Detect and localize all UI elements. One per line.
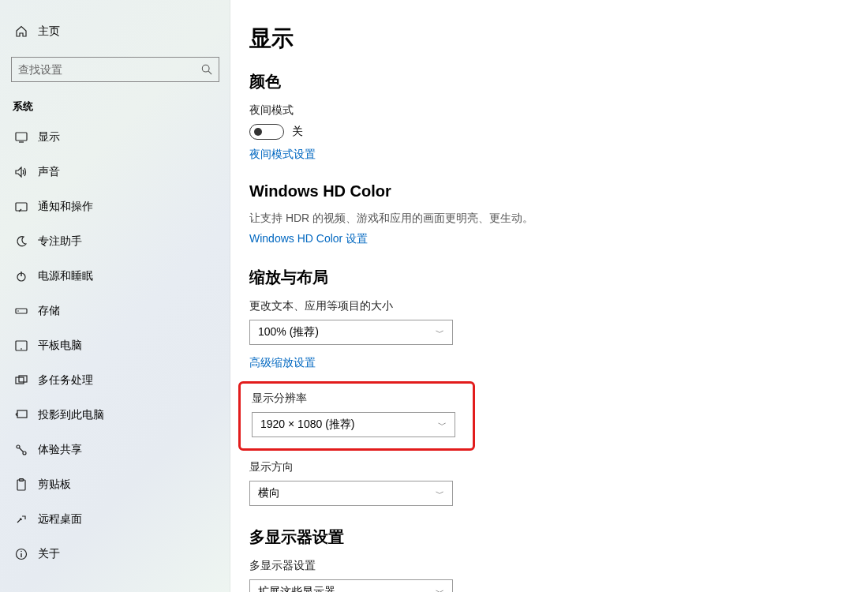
- sidebar-item-label: 体验共享: [38, 443, 82, 457]
- night-light-settings-link[interactable]: 夜间模式设置: [249, 148, 316, 162]
- projecting-icon: [13, 410, 30, 421]
- resolution-highlight: 显示分辨率 1920 × 1080 (推荐) ﹀: [238, 381, 475, 451]
- color-heading: 颜色: [249, 71, 868, 92]
- sidebar-item-about[interactable]: 关于: [0, 537, 230, 571]
- resolution-label: 显示分辨率: [252, 392, 462, 406]
- sidebar-item-multitasking[interactable]: 多任务处理: [0, 363, 230, 398]
- search-input[interactable]: [18, 63, 201, 76]
- resolution-value: 1920 × 1080 (推荐): [260, 418, 354, 432]
- sidebar-home[interactable]: 主页: [0, 14, 230, 49]
- sidebar-item-tablet[interactable]: 平板电脑: [0, 328, 230, 363]
- svg-line-1: [208, 71, 211, 74]
- sidebar-item-power-sleep[interactable]: 电源和睡眠: [0, 259, 230, 294]
- share-icon: [13, 444, 30, 456]
- sidebar-item-label: 投影到此电脑: [38, 408, 104, 422]
- night-light-toggle[interactable]: [249, 124, 284, 140]
- search-box[interactable]: [11, 57, 219, 82]
- sidebar-item-label: 显示: [38, 130, 60, 144]
- hd-color-heading: Windows HD Color: [249, 182, 868, 200]
- sidebar-item-label: 关于: [38, 547, 60, 561]
- scale-heading: 缩放与布局: [249, 267, 868, 288]
- notifications-icon: [13, 201, 30, 212]
- storage-icon: [13, 307, 30, 315]
- sidebar-item-label: 多任务处理: [38, 373, 93, 388]
- chevron-down-icon: ﹀: [436, 327, 444, 339]
- multi-display-value: 扩展这些显示器: [258, 585, 335, 592]
- svg-point-14: [17, 445, 20, 448]
- display-icon: [13, 132, 30, 143]
- sidebar-item-label: 专注助手: [38, 234, 82, 249]
- sidebar-item-storage[interactable]: 存储: [0, 294, 230, 328]
- resolution-select[interactable]: 1920 × 1080 (推荐) ﹀: [252, 412, 455, 437]
- multitasking-icon: [13, 375, 30, 386]
- moon-icon: [13, 235, 30, 248]
- settings-sidebar: 主页 系统 显示 声音 通知和操作 专注助手 电源和睡眠 存储 平板电脑 多任务: [0, 0, 230, 592]
- sidebar-item-notifications[interactable]: 通知和操作: [0, 189, 230, 224]
- text-size-value: 100% (推荐): [258, 325, 319, 339]
- sidebar-item-projecting[interactable]: 投影到此电脑: [0, 398, 230, 433]
- svg-rect-7: [16, 309, 27, 313]
- multi-display-label: 多显示器设置: [249, 559, 868, 573]
- svg-rect-13: [17, 410, 27, 418]
- sidebar-item-label: 电源和睡眠: [38, 269, 93, 283]
- svg-point-0: [202, 65, 209, 72]
- sidebar-item-clipboard[interactable]: 剪贴板: [0, 467, 230, 502]
- sidebar-item-label: 通知和操作: [38, 200, 93, 214]
- section-scale-layout: 缩放与布局 更改文本、应用等项目的大小 100% (推荐) ﹀ 高级缩放设置 显…: [249, 267, 868, 506]
- orientation-select[interactable]: 横向 ﹀: [249, 481, 453, 506]
- section-color: 颜色 夜间模式 关 夜间模式设置: [249, 71, 868, 162]
- sidebar-item-label: 存储: [38, 304, 60, 318]
- svg-rect-11: [16, 377, 24, 384]
- power-icon: [13, 270, 30, 283]
- svg-point-21: [21, 551, 22, 553]
- orientation-label: 显示方向: [249, 460, 868, 474]
- svg-point-15: [23, 451, 26, 455]
- sidebar-item-remote-desktop[interactable]: 远程桌面: [0, 502, 230, 537]
- orientation-group: 显示方向 横向 ﹀: [249, 460, 868, 506]
- svg-point-8: [17, 310, 19, 312]
- text-size-select[interactable]: 100% (推荐) ﹀: [249, 320, 453, 345]
- svg-line-16: [20, 448, 24, 452]
- text-size-label: 更改文本、应用等项目的大小: [249, 299, 868, 313]
- orientation-value: 横向: [258, 486, 280, 500]
- sidebar-section-label: 系统: [0, 95, 230, 120]
- hd-color-settings-link[interactable]: Windows HD Color 设置: [249, 232, 368, 246]
- text-size-group: 更改文本、应用等项目的大小 100% (推荐) ﹀: [249, 299, 868, 345]
- tablet-icon: [13, 340, 30, 351]
- search-icon: [201, 64, 212, 75]
- sidebar-item-display[interactable]: 显示: [0, 120, 230, 155]
- clipboard-icon: [13, 478, 30, 491]
- info-icon: [13, 548, 30, 560]
- sidebar-item-focus-assist[interactable]: 专注助手: [0, 224, 230, 259]
- section-hd-color: Windows HD Color 让支持 HDR 的视频、游戏和应用的画面更明亮…: [249, 182, 868, 246]
- sidebar-item-label: 剪贴板: [38, 478, 71, 492]
- night-light-label: 夜间模式: [249, 103, 868, 118]
- toggle-state-label: 关: [292, 125, 303, 139]
- sidebar-item-label: 平板电脑: [38, 339, 82, 353]
- sidebar-home-label: 主页: [38, 24, 60, 39]
- multi-display-select[interactable]: 扩展这些显示器 ﹀: [249, 579, 453, 592]
- remote-desktop-icon: [13, 514, 30, 525]
- page-title: 显示: [249, 24, 868, 54]
- toggle-knob: [254, 128, 262, 136]
- chevron-down-icon: ﹀: [438, 419, 447, 431]
- sidebar-item-label: 声音: [38, 165, 60, 179]
- chevron-down-icon: ﹀: [436, 586, 444, 593]
- sidebar-item-sound[interactable]: 声音: [0, 155, 230, 189]
- sidebar-item-shared-experiences[interactable]: 体验共享: [0, 433, 230, 467]
- home-icon: [13, 25, 30, 38]
- sidebar-item-label: 远程桌面: [38, 512, 82, 526]
- advanced-scaling-link[interactable]: 高级缩放设置: [249, 356, 316, 370]
- sound-icon: [13, 167, 30, 178]
- section-multi-display: 多显示器设置 多显示器设置 扩展这些显示器 ﹀: [249, 526, 868, 592]
- chevron-down-icon: ﹀: [436, 488, 444, 500]
- hd-color-desc: 让支持 HDR 的视频、游戏和应用的画面更明亮、更生动。: [249, 212, 868, 226]
- svg-rect-2: [16, 133, 27, 141]
- main-content: 显示 颜色 夜间模式 关 夜间模式设置 Windows HD Color 让支持…: [230, 0, 868, 592]
- night-light-toggle-row: 关: [249, 124, 868, 140]
- multi-display-heading: 多显示器设置: [249, 526, 868, 548]
- svg-rect-12: [19, 376, 27, 382]
